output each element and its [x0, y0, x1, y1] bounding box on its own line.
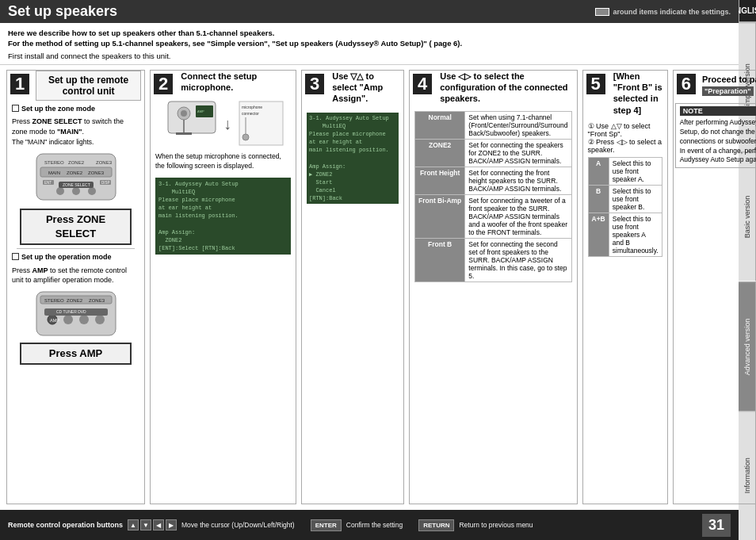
checkbox-icon-2	[12, 253, 19, 260]
step-4-number: 4	[413, 74, 432, 94]
svg-point-8	[56, 187, 64, 195]
table-row: Front B Set for connecting the second se…	[415, 238, 572, 281]
table-row: A+B Select this to use front speakers A …	[588, 213, 662, 257]
microphone-illustration: AMP ↓ microphone connector	[160, 98, 287, 149]
front-sp-table: A Select this to use front speaker A. B …	[588, 157, 662, 257]
intro-line1: Here we describe how to set up speakers …	[8, 28, 731, 38]
return-label: Return to previous menu	[459, 521, 533, 529]
step-2-screen: 3-1. Audyssey Auto Setup MultiEQ Please …	[155, 178, 291, 255]
step-5-title: [When "Front B" is selected in step 4]	[609, 71, 667, 119]
svg-text:ZONE2: ZONE2	[67, 298, 83, 303]
nav-icons: ▲ ▼ ◀ ▶	[128, 519, 177, 530]
step-3-block: 3 Use ▽△ to select "Amp Assign". 3-1. Au…	[301, 70, 404, 504]
sp-a-label: A	[588, 158, 609, 186]
press-amp-button-label: Press AMP	[20, 343, 132, 365]
svg-point-26	[95, 315, 105, 324]
sp-b-label: B	[588, 186, 609, 213]
step-5-block: 5 [When "Front B" is selected in step 4]…	[582, 70, 668, 504]
step-2-block: 2 Connect the setup microphone. AMP ↓ mi…	[150, 70, 296, 504]
return-btn: RETURN	[418, 519, 454, 531]
table-row: Front Height Set for connecting the fron…	[415, 167, 572, 194]
step-3-number: 3	[305, 74, 324, 94]
front-biamp-desc: Set for connecting a tweeter of a front …	[465, 194, 571, 238]
page-header: Set up speakers around items indicate th…	[0, 0, 739, 23]
up-icon: ▲	[128, 519, 139, 530]
remote-drawing-2: STEREOZONE2ZONE3 AMP CD TUNER DVD	[21, 288, 132, 339]
svg-text:STEREO: STEREO	[44, 298, 64, 303]
zone2-label: ZONE2	[415, 139, 465, 167]
zone-select-button-label: Press ZONE SELECT	[20, 209, 132, 245]
svg-point-24	[63, 315, 73, 324]
svg-text:ZONE2: ZONE2	[68, 160, 85, 165]
footer-return: RETURN Return to previous menu	[418, 519, 533, 531]
svg-point-41	[242, 134, 249, 140]
enter-btn: ENTER	[311, 519, 342, 531]
table-row: Front Bi-Amp Set for connecting a tweete…	[415, 194, 572, 238]
step-4-table-container: Normal Set when using 7.1-channel (Front…	[410, 108, 577, 285]
step-3-screen: 3-1. Audyssey Auto Setup MultiEQ Please …	[307, 113, 399, 205]
table-row: A Select this to use front speaker A.	[588, 158, 662, 186]
steps-area: 1 Set up the remote control unit Set up …	[0, 65, 739, 509]
step-1-block: 1 Set up the remote control unit Set up …	[6, 70, 145, 504]
speaker-config-table: Normal Set when using 7.1-channel (Front…	[414, 111, 572, 282]
step-6-header: 6 Proceed to page 8 "Preparation" step 5…	[674, 71, 756, 100]
language-tab: ENGLISH	[739, 0, 756, 22]
step-2-header: 2 Connect the setup microphone.	[151, 71, 296, 98]
svg-text:ZONE3: ZONE3	[96, 160, 113, 165]
remote-label: Remote control operation buttons	[8, 521, 123, 529]
sp-ab-desc: Select this to use front speakers A and …	[609, 213, 662, 257]
svg-text:MAIN: MAIN	[48, 170, 60, 175]
svg-point-25	[79, 315, 89, 324]
svg-text:AMP: AMP	[50, 318, 59, 323]
step-5-sub2: ② Press ◁▷ to select a speaker.	[588, 138, 662, 154]
page-title: Set up speakers	[8, 3, 117, 20]
svg-text:AMP: AMP	[197, 109, 204, 113]
step-3-header: 3 Use ▽△ to select "Amp Assign".	[302, 71, 403, 108]
zone-mode-body: Press ZONE SELECT to switch the zone mod…	[12, 117, 139, 147]
note-box: NOTE After performing Audyssey Auto Setu…	[675, 103, 756, 168]
note-title: NOTE	[680, 106, 756, 116]
note-body: After performing Audyssey Auto Setup, do…	[680, 118, 756, 165]
step-5-sub1: ① Use △▽ to select "Front Sp".	[588, 122, 662, 138]
svg-text:ZONE2: ZONE2	[67, 170, 83, 175]
intro-section: Here we describe how to set up speakers …	[0, 23, 739, 65]
preparation-link: "Preparation"	[702, 86, 754, 96]
normal-desc: Set when using 7.1-channel (Front/Center…	[465, 111, 571, 139]
header-note: around items indicate the settings.	[595, 8, 731, 16]
step-1-body: Set up the zone mode Press ZONE SELECT t…	[7, 101, 144, 371]
svg-text:ZONE3: ZONE3	[89, 298, 105, 303]
step-1-number: 1	[10, 74, 29, 94]
step-5-header: 5 [When "Front B" is selected in step 4]	[583, 71, 667, 119]
step-6-block: 6 Proceed to page 8 "Preparation" step 5…	[673, 70, 756, 504]
svg-text:STEREO: STEREO	[44, 160, 64, 165]
front-biamp-label: Front Bi-Amp	[415, 194, 465, 238]
step-2-number: 2	[154, 74, 173, 94]
svg-text:ZONE3: ZONE3	[88, 170, 105, 175]
svg-text:microphone: microphone	[242, 105, 262, 109]
svg-point-31	[181, 110, 187, 117]
step-2-title: Connect the setup microphone.	[176, 71, 296, 97]
header-note-box	[595, 8, 609, 16]
svg-text:CD  TUNER  DVD: CD TUNER DVD	[56, 309, 86, 314]
footer-remote-buttons: Remote control operation buttons ▲ ▼ ◀ ▶…	[8, 519, 295, 530]
right-icon: ▶	[166, 519, 177, 530]
table-row: B Select this to use front speaker B.	[588, 186, 662, 213]
main-content: Set up speakers around items indicate th…	[0, 0, 739, 540]
step-5-number: 5	[586, 74, 605, 94]
svg-text:connector: connector	[242, 111, 259, 116]
step-4-block: 4 Use ◁▷ to select the configuration of …	[409, 70, 578, 504]
intro-line2: For the method of setting up 5.1-channel…	[8, 38, 731, 48]
page-number: 31	[702, 514, 731, 537]
op-mode-body: Press AMP to set the remote control unit…	[12, 266, 139, 285]
front-b-label: Front B	[415, 238, 465, 281]
sp-b-desc: Select this to use front speaker B.	[609, 186, 662, 213]
step-6-title: Proceed to page 8 "Preparation" step 5.	[699, 71, 756, 100]
zone-mode-checkbox: Set up the zone mode	[12, 104, 139, 114]
step-1-title: Set up the remote control unit	[36, 71, 141, 101]
op-mode-checkbox: Set up the operation mode	[12, 252, 139, 262]
svg-point-9	[72, 187, 80, 195]
page-footer: Remote control operation buttons ▲ ▼ ◀ ▶…	[0, 510, 739, 540]
checkbox-icon	[12, 105, 19, 112]
svg-rect-33	[176, 132, 192, 135]
front-height-desc: Set for connecting the front height spea…	[465, 167, 571, 194]
